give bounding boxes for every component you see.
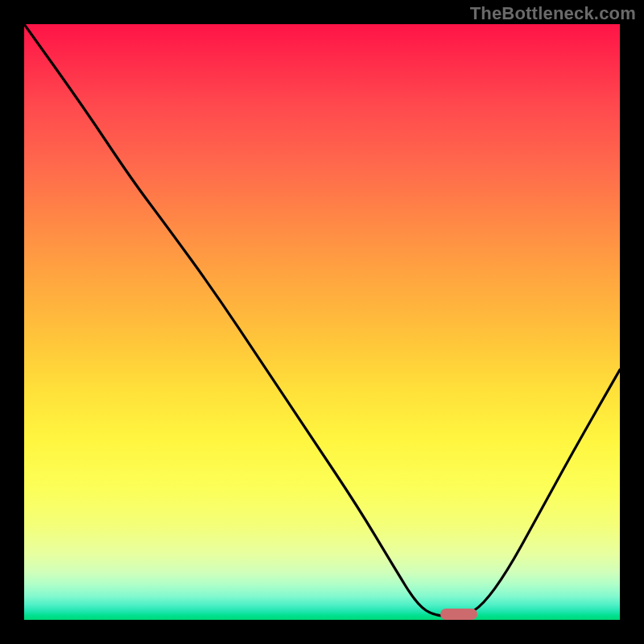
- plot-area: [24, 24, 620, 620]
- current-point-marker: [440, 609, 477, 620]
- chart-frame: TheBottleneck.com: [0, 0, 644, 644]
- bottleneck-curve: [24, 24, 620, 620]
- watermark-text: TheBottleneck.com: [470, 3, 636, 24]
